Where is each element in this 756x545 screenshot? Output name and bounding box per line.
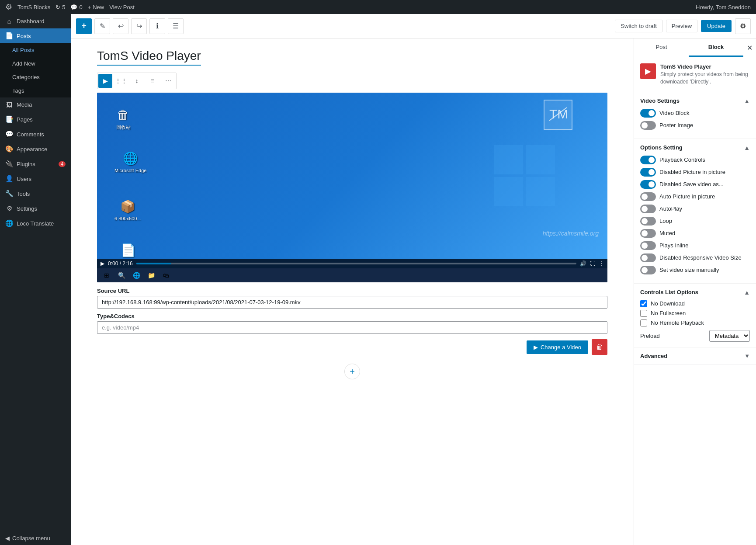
sidebar-item-comments[interactable]: 💬 Comments [0, 127, 71, 142]
progress-bar-fill [136, 263, 172, 264]
dashboard-icon: ⌂ [5, 17, 13, 25]
sidebar-item-all-posts[interactable]: All Posts [0, 43, 71, 57]
checkbox-row-no-download: No Download [640, 300, 750, 307]
checkbox-no-download[interactable] [640, 300, 647, 307]
sidebar-item-dashboard[interactable]: ⌂ Dashboard [0, 14, 71, 28]
sidebar-item-tags[interactable]: Tags [0, 84, 71, 97]
site-name-item[interactable]: TomS Blocks [17, 4, 50, 10]
add-block-inline-button[interactable]: + [344, 364, 360, 379]
panel-close-button[interactable]: ✕ [743, 40, 756, 56]
toggle-video-block[interactable] [640, 109, 656, 118]
wp-logo-item[interactable]: ⚙ [5, 2, 12, 12]
block-tool-more[interactable]: ⋯ [161, 74, 175, 88]
options-settings-header[interactable]: Options Setting ▲ [640, 144, 750, 151]
preload-select[interactable]: Metadata None Auto [709, 330, 750, 342]
type-codecs-input[interactable] [97, 321, 607, 334]
plugins-badge: 4 [59, 161, 66, 167]
toggle-disabled-responsive[interactable] [640, 253, 656, 262]
checkbox-no-fullscreen[interactable] [640, 310, 647, 317]
list-view-button[interactable]: ☰ [168, 18, 184, 34]
toggle-row-disabled-pip: Disabled Picture in picture [640, 168, 750, 177]
comment-count-item[interactable]: 💬 0 [70, 4, 82, 10]
video-controls-bar[interactable]: ▶ 0:00 / 2:16 🔊 ⛶ ⋮ [97, 259, 607, 268]
redo-button[interactable]: ↪ [131, 18, 147, 34]
sidebar-item-loco-translate[interactable]: 🌐 Loco Translate [0, 216, 71, 231]
sidebar-item-categories[interactable]: Categories [0, 70, 71, 84]
toggle-auto-pip[interactable] [640, 192, 656, 201]
options-settings-title: Options Setting [640, 144, 683, 151]
win-cell-3 [494, 177, 523, 206]
checkbox-no-remote-playback[interactable] [640, 319, 647, 326]
new-item[interactable]: + New [88, 4, 104, 10]
toggle-disabled-pip[interactable] [640, 168, 656, 177]
more-controls-icon[interactable]: ⋮ [599, 260, 604, 267]
sidebar-item-media[interactable]: 🖼 Media [0, 97, 71, 112]
block-tool-video-icon[interactable]: ▶ [98, 74, 112, 88]
editor-settings-button[interactable]: ⚙ [735, 18, 751, 34]
toggle-row-disabled-responsive: Disabled Responsive Video Size [640, 253, 750, 262]
comments-icon: 💬 [5, 130, 13, 138]
post-title[interactable]: TomS Video Player [97, 49, 201, 66]
toggle-plays-inline[interactable] [640, 241, 656, 250]
toggle-row-disabled-save: Disabled Save video as... [640, 180, 750, 189]
preview-label: Preview [672, 23, 692, 29]
switch-draft-label: Switch to draft [621, 23, 656, 29]
toggle-set-video-size[interactable] [640, 266, 656, 274]
sidebar-item-settings[interactable]: ⚙ Settings [0, 201, 71, 216]
switch-draft-button[interactable]: Switch to draft [615, 20, 662, 32]
sidebar-item-plugins[interactable]: 🔌 Plugins 4 [0, 156, 71, 171]
folder-icon: 📦 [119, 198, 136, 215]
delete-button[interactable]: 🗑 [592, 339, 607, 355]
source-url-input[interactable] [97, 296, 607, 309]
tools-icon: 🔧 [5, 190, 13, 198]
block-tool-drag[interactable]: ⋮⋮ [114, 74, 128, 88]
toggle-autoplay[interactable] [640, 205, 656, 213]
update-button[interactable]: Update [701, 20, 732, 32]
preload-row: Preload Metadata None Auto [640, 330, 750, 342]
delete-icon: 🗑 [596, 343, 603, 351]
view-post-item[interactable]: View Post [109, 4, 135, 10]
update-count-item[interactable]: ↻ 5 [55, 4, 65, 10]
sidebar-item-tools[interactable]: 🔧 Tools [0, 186, 71, 201]
collapse-menu-button[interactable]: ◀ Collapse menu [0, 531, 71, 545]
recycle-icon: 🗑 [114, 106, 132, 123]
toggle-poster-image[interactable] [640, 121, 656, 130]
sidebar-item-appearance[interactable]: 🎨 Appearance [0, 142, 71, 156]
tab-block[interactable]: Block [689, 38, 743, 57]
video-settings-header[interactable]: Video Settings ▲ [640, 97, 750, 104]
wp-logo-icon: ⚙ [5, 2, 12, 12]
change-video-button[interactable]: ▶ Change a Video [527, 340, 588, 354]
toggle-playback-controls[interactable] [640, 156, 656, 164]
sidebar-item-pages[interactable]: 📑 Pages [0, 112, 71, 127]
sidebar-label-appearance: Appearance [17, 146, 47, 153]
play-button-icon[interactable]: ▶ [101, 260, 104, 267]
sidebar-label-tags: Tags [12, 87, 24, 94]
progress-bar[interactable] [136, 263, 576, 264]
info-button[interactable]: ℹ [149, 18, 165, 34]
toggle-label-autoplay: AutoPlay [659, 205, 750, 212]
tab-post[interactable]: Post [634, 38, 689, 57]
toggle-disabled-save[interactable] [640, 180, 656, 189]
undo-button[interactable]: ↩ [113, 18, 128, 34]
win-cell-4 [526, 177, 555, 206]
sidebar-item-posts[interactable]: 📄 Posts [0, 28, 71, 43]
fullscreen-icon[interactable]: ⛶ [590, 260, 595, 267]
block-tool-align[interactable]: ≡ [146, 74, 160, 88]
update-icon: ↻ [55, 4, 60, 10]
toggle-muted[interactable] [640, 229, 656, 238]
move-icon: ↕ [135, 77, 139, 84]
preview-button[interactable]: Preview [666, 20, 697, 32]
add-block-button[interactable]: + [76, 18, 92, 34]
taskbar-edge: 🌐 [130, 269, 142, 281]
advanced-section[interactable]: Advanced ▼ [634, 347, 756, 365]
toggle-loop[interactable] [640, 217, 656, 226]
volume-icon[interactable]: 🔊 [580, 260, 586, 267]
loco-icon: 🌐 [5, 219, 13, 227]
edit-button[interactable]: ✎ [94, 18, 110, 34]
toggle-row-plays-inline: Plays Inline [640, 241, 750, 250]
block-tool-move[interactable]: ↕ [130, 74, 144, 88]
source-url-label: Source URL [97, 288, 607, 294]
controls-list-header[interactable]: Controls List Options ▲ [640, 289, 750, 296]
sidebar-item-add-new[interactable]: Add New [0, 57, 71, 70]
sidebar-item-users[interactable]: 👤 Users [0, 171, 71, 186]
